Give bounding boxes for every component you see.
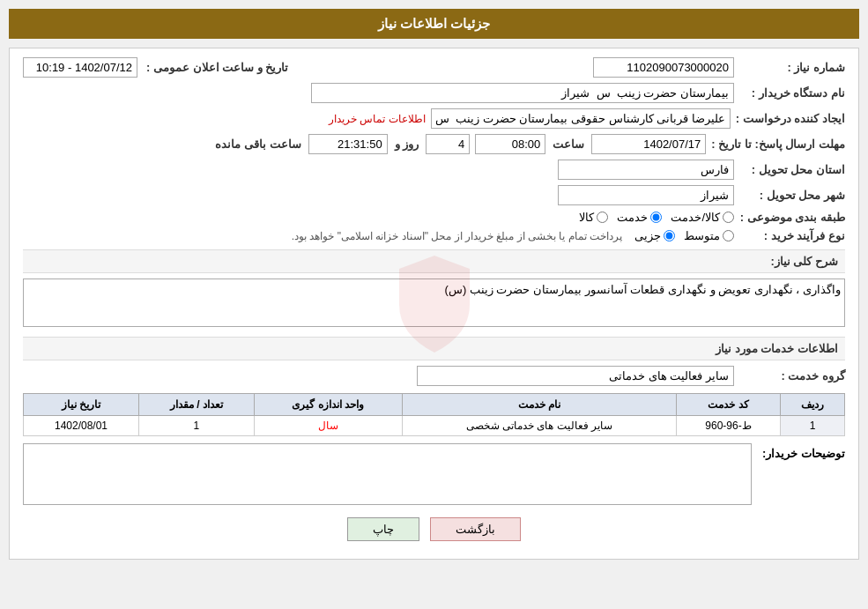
buyer-org-label: نام دستگاه خریدار :	[739, 86, 845, 100]
radio-goods-input[interactable]	[597, 212, 608, 223]
print-button[interactable]: چاپ	[347, 517, 419, 541]
radio-goods[interactable]: کالا	[579, 211, 608, 224]
category-radio-group: کالا/خدمت خدمت کالا	[579, 211, 734, 224]
buyer-notes-textarea[interactable]	[23, 443, 752, 505]
need-desc-label: شرح کلی نیاز:	[770, 255, 838, 268]
table-row: 1 ط-96-960 سایر فعالیت های خدماتی شخصی س…	[24, 416, 845, 436]
col-date: تاریخ نیاز	[24, 394, 139, 416]
row-buyer-org: نام دستگاه خریدار :	[23, 83, 845, 103]
col-unit: واحد اندازه گیری	[254, 394, 402, 416]
hours-label: ساعت باقی مانده	[215, 137, 300, 151]
page-title: جزئیات اطلاعات نیاز	[378, 16, 490, 31]
back-button[interactable]: بازگشت	[430, 517, 521, 541]
deadline-time-input[interactable]	[475, 134, 545, 154]
radio-partial[interactable]: جزیی	[634, 229, 675, 242]
radio-goods-service-label: کالا/خدمت	[671, 211, 720, 224]
announcement-input[interactable]	[23, 57, 137, 78]
radio-goods-service[interactable]: کالا/خدمت	[671, 211, 734, 224]
buyer-notes-label: توضیحات خریدار:	[757, 443, 845, 460]
service-group-input[interactable]	[417, 366, 734, 386]
radio-service-label: خدمت	[617, 211, 648, 224]
deadline-date-input[interactable]	[591, 134, 706, 154]
days-label: روز و	[395, 137, 419, 151]
cell-unit: سال	[254, 416, 402, 436]
col-quantity: تعداد / مقدار	[138, 394, 254, 416]
radio-goods-label: کالا	[579, 211, 594, 224]
buyer-org-input[interactable]	[311, 83, 734, 103]
row-service-group: گروه خدمت :	[23, 366, 845, 386]
cell-date: 1402/08/01	[24, 416, 139, 436]
deadline-days-input[interactable]	[426, 134, 470, 154]
main-content: شماره نیاز : تاریخ و ساعت اعلان عمومی : …	[9, 48, 859, 560]
services-table-wrapper: ردیف کد خدمت نام خدمت واحد اندازه گیری ت…	[23, 393, 845, 436]
row-creator: ایجاد کننده درخواست : اطلاعات تماس خریدا…	[23, 108, 845, 129]
service-group-label: گروه خدمت :	[739, 369, 845, 382]
radio-service[interactable]: خدمت	[617, 211, 662, 224]
cell-service-code: ط-96-960	[677, 416, 781, 436]
radio-partial-label: جزیی	[634, 229, 661, 242]
row-category: طبقه بندی موضوعی : کالا/خدمت خدمت کالا	[23, 211, 845, 224]
row-deadline: مهلت ارسال پاسخ: تا تاریخ : ساعت روز و س…	[23, 134, 845, 154]
need-number-label: شماره نیاز :	[739, 61, 845, 74]
radio-partial-input[interactable]	[664, 230, 675, 241]
col-service-name: نام خدمت	[402, 394, 677, 416]
creator-input[interactable]	[431, 108, 731, 129]
province-input[interactable]	[558, 160, 734, 180]
city-label: شهر محل تحویل :	[739, 189, 845, 202]
cell-quantity: 1	[138, 416, 254, 436]
process-radio-group: متوسط جزیی	[634, 229, 734, 242]
need-number-input[interactable]	[593, 57, 734, 78]
need-desc-section-title: شرح کلی نیاز:	[23, 249, 845, 273]
creator-label: ایجاد کننده درخواست :	[736, 112, 845, 125]
contact-link[interactable]: اطلاعات تماس خریدار	[329, 113, 426, 125]
cell-service-name: سایر فعالیت های خدماتی شخصی	[402, 416, 677, 436]
radio-medium-input[interactable]	[723, 230, 734, 241]
process-note: پرداخت تمام یا بخشی از مبلغ خریدار از مح…	[292, 230, 622, 242]
col-service-code: کد خدمت	[677, 394, 781, 416]
process-label: نوع فرآیند خرید :	[739, 229, 845, 242]
service-info-section: اطلاعات خدمات مورد نیاز	[23, 337, 845, 360]
row-need-number: شماره نیاز : تاریخ و ساعت اعلان عمومی :	[23, 57, 845, 78]
radio-service-input[interactable]	[650, 212, 662, 223]
page-header: جزئیات اطلاعات نیاز	[9, 9, 859, 39]
need-desc-textarea[interactable]: واگذاری ، نگهداری تعویض و نگهداری قطعات …	[23, 279, 845, 327]
deadline-label: مهلت ارسال پاسخ: تا تاریخ :	[711, 137, 845, 151]
row-process: نوع فرآیند خرید : متوسط جزیی پرداخت تمام…	[23, 229, 845, 242]
deadline-remain-input[interactable]	[308, 134, 388, 154]
radio-goods-service-input[interactable]	[723, 212, 734, 223]
announcement-label: تاریخ و ساعت اعلان عمومی :	[146, 61, 288, 74]
cell-row-num: 1	[780, 416, 844, 436]
time-label: ساعت	[553, 137, 584, 151]
col-row-num: ردیف	[780, 394, 844, 416]
buyer-notes-row: توضیحات خریدار:	[23, 443, 845, 505]
row-city: شهر محل تحویل :	[23, 185, 845, 205]
service-info-label: اطلاعات خدمات مورد نیاز	[716, 342, 838, 355]
need-desc-area: واگذاری ، نگهداری تعویض و نگهداری قطعات …	[23, 279, 845, 330]
action-buttons: بازگشت چاپ	[23, 517, 845, 550]
city-input[interactable]	[558, 185, 734, 205]
province-label: استان محل تحویل :	[739, 163, 845, 176]
radio-medium[interactable]: متوسط	[684, 229, 734, 242]
category-label: طبقه بندی موضوعی :	[739, 211, 845, 224]
row-province: استان محل تحویل :	[23, 160, 845, 180]
radio-medium-label: متوسط	[684, 229, 720, 242]
services-table: ردیف کد خدمت نام خدمت واحد اندازه گیری ت…	[23, 393, 845, 436]
